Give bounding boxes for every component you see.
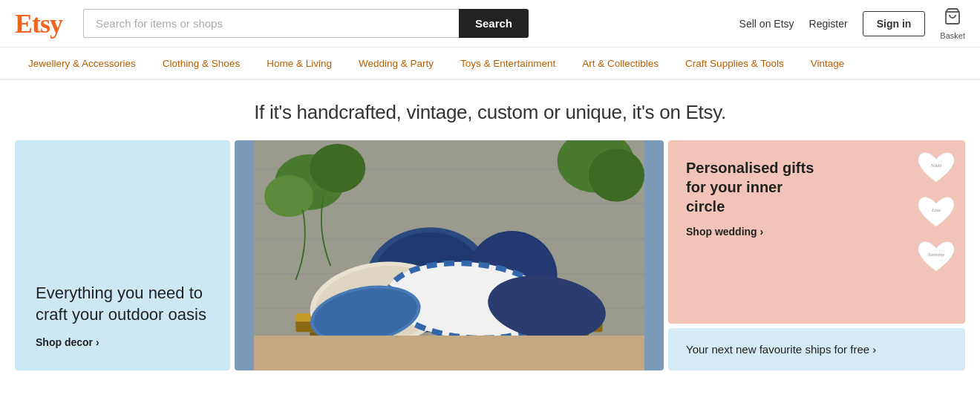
right-bottom-panel: Your next new favourite ships for free bbox=[668, 328, 965, 370]
etsy-logo[interactable]: Etsy bbox=[15, 8, 62, 39]
header-nav: Sell on Etsy Register Sign in Basket bbox=[739, 7, 965, 40]
basket-button[interactable]: Basket bbox=[940, 7, 965, 40]
search-form: Search bbox=[83, 9, 529, 38]
left-panel-title: Everything you need to craft your outdoo… bbox=[36, 282, 209, 326]
sign-in-button[interactable]: Sign in bbox=[863, 11, 926, 36]
hero-tagline: If it's handcrafted, vintage, custom or … bbox=[0, 80, 980, 140]
nav-clothing[interactable]: Clothing & Shoes bbox=[149, 48, 253, 80]
right-top-title: Personalised gifts for your inner circle bbox=[686, 158, 820, 216]
nav-wedding[interactable]: Wedding & Party bbox=[345, 48, 447, 80]
nav-vintage[interactable]: Vintage bbox=[797, 48, 858, 80]
category-nav: Jewellery & Accessories Clothing & Shoes… bbox=[0, 48, 980, 80]
heart-lisa: Lisa bbox=[915, 192, 958, 231]
register-link[interactable]: Register bbox=[809, 18, 848, 30]
sell-on-etsy-link[interactable]: Sell on Etsy bbox=[739, 18, 794, 30]
nav-toys[interactable]: Toys & Entertainment bbox=[447, 48, 569, 80]
nav-craft[interactable]: Craft Supplies & Tools bbox=[672, 48, 797, 80]
nav-jewellery[interactable]: Jewellery & Accessories bbox=[15, 48, 149, 80]
svg-rect-28 bbox=[254, 336, 644, 370]
shop-decor-link[interactable]: Shop decor bbox=[36, 336, 209, 348]
header: Etsy Search Sell on Etsy Register Sign i… bbox=[0, 0, 980, 48]
free-shipping-link[interactable]: Your next new favourite ships for free bbox=[686, 343, 876, 356]
svg-point-25 bbox=[264, 175, 313, 217]
main-grid: Everything you need to craft your outdoo… bbox=[0, 140, 980, 385]
heart-nikki: Nikki bbox=[915, 148, 958, 186]
right-top-panel: Personalised gifts for your inner circle… bbox=[668, 140, 965, 324]
shop-wedding-link[interactable]: Shop wedding bbox=[686, 226, 763, 238]
basket-icon bbox=[944, 7, 961, 30]
left-panel: Everything you need to craft your outdoo… bbox=[15, 140, 230, 370]
search-button[interactable]: Search bbox=[459, 9, 529, 38]
hearts-decoration: Nikki Lisa Jasmine bbox=[915, 148, 958, 275]
heart-jasmine: Jasmine bbox=[915, 237, 958, 275]
svg-text:Nikki: Nikki bbox=[930, 163, 942, 169]
svg-point-24 bbox=[310, 144, 365, 193]
svg-text:Jasmine: Jasmine bbox=[928, 252, 945, 258]
basket-label: Basket bbox=[940, 31, 965, 40]
svg-text:Lisa: Lisa bbox=[931, 207, 941, 213]
center-panel bbox=[235, 140, 664, 370]
nav-home[interactable]: Home & Living bbox=[253, 48, 345, 80]
svg-point-27 bbox=[589, 148, 644, 201]
search-input[interactable] bbox=[83, 9, 459, 38]
nav-art[interactable]: Art & Collectibles bbox=[569, 48, 672, 80]
